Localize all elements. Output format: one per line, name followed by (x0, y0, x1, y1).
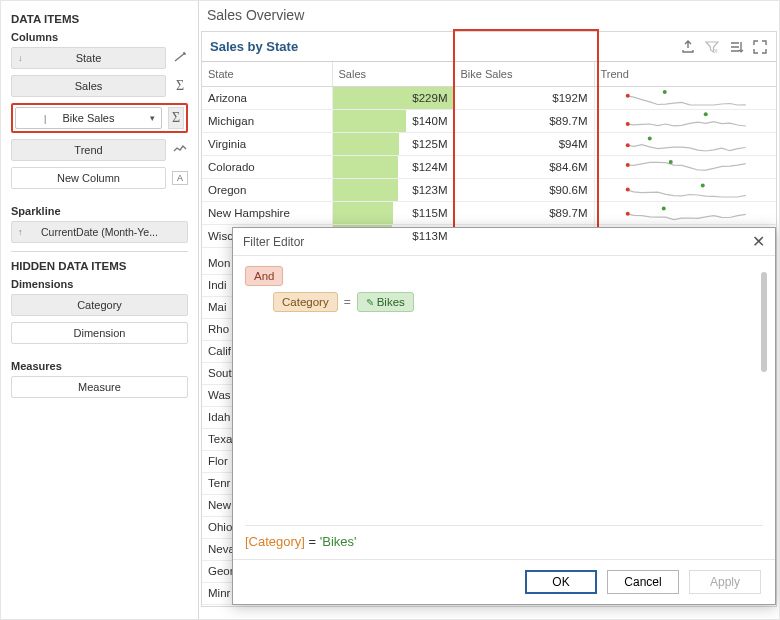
col-header-state[interactable]: State (202, 62, 332, 86)
cell-trend (594, 155, 776, 178)
pill-label: Bike Sales (63, 112, 115, 124)
sparkline-title: Sparkline (11, 205, 188, 217)
table-row[interactable]: Virginia$125M$94M (202, 132, 776, 155)
pill-label: Sales (75, 80, 103, 92)
data-items-panel: DATA ITEMS Columns ↓ State Sales Σ | Bik… (1, 1, 199, 619)
pill-label: Dimension (74, 327, 126, 339)
caret-down-icon: ▾ (150, 113, 155, 123)
cell-trend (594, 201, 776, 224)
cell-trend (594, 86, 776, 109)
data-items-title: DATA ITEMS (11, 13, 188, 25)
cell-state: Virginia (202, 132, 332, 155)
filter-field-chip[interactable]: Category (273, 292, 338, 312)
pill-label: Trend (74, 144, 102, 156)
cell-bike-sales: $192M (454, 86, 594, 109)
svg-point-3 (625, 121, 629, 125)
dimensions-title: Dimensions (11, 278, 188, 290)
column-pill-trend[interactable]: Trend (11, 139, 166, 161)
pill-label: Measure (78, 381, 121, 393)
table-row[interactable]: Arizona$229M$192M (202, 86, 776, 109)
cell-bike-sales: $84.6M (454, 155, 594, 178)
cell-trend (594, 178, 776, 201)
cell-sales: $124M (332, 155, 454, 178)
cell-bike-sales: $89.7M (454, 109, 594, 132)
filter-op: = (344, 295, 351, 309)
cell-trend (594, 109, 776, 132)
hidden-items-title: HIDDEN DATA ITEMS (11, 260, 188, 272)
ok-button[interactable]: OK (525, 570, 597, 594)
svg-point-12 (661, 206, 665, 210)
filter-value-chip[interactable]: ✎Bikes (357, 292, 414, 312)
pill-label: CurrentDate (Month-Ye... (41, 226, 158, 238)
scrollbar-thumb[interactable] (761, 272, 767, 372)
table-row[interactable]: Colorado$124M$84.6M (202, 155, 776, 178)
measure-pill[interactable]: Measure (11, 376, 188, 398)
table-row[interactable]: Michigan$140M$89.7M (202, 109, 776, 132)
filter-editor-dialog: Filter Editor ✕ And Category = ✎Bikes [C… (232, 227, 776, 605)
overview-title: Sales Overview (199, 1, 779, 25)
column-pill-bike-sales[interactable]: | Bike Sales ▾ (15, 107, 162, 129)
maximize-icon[interactable] (752, 39, 768, 55)
sparkline-icon[interactable] (172, 143, 188, 157)
dialog-title: Filter Editor (243, 235, 304, 249)
highlight-box-bike-sales: | Bike Sales ▾ Σ (11, 103, 188, 133)
cell-bike-sales: $90.6M (454, 178, 594, 201)
cell-state: Arizona (202, 86, 332, 109)
close-icon[interactable]: ✕ (752, 232, 765, 251)
cell-sales: $140M (332, 109, 454, 132)
svg-point-11 (625, 211, 629, 215)
pencil-icon: ✎ (366, 297, 374, 308)
cell-sales: $123M (332, 178, 454, 201)
sort-toggle-icon[interactable] (172, 50, 188, 67)
list-icon[interactable] (728, 39, 744, 55)
column-pill-new[interactable]: New Column (11, 167, 166, 189)
cell-sales: $115M (332, 201, 454, 224)
cell-sales: $229M (332, 86, 454, 109)
svg-point-9 (625, 187, 629, 191)
cell-bike-sales: $89.7M (454, 201, 594, 224)
svg-point-8 (668, 160, 672, 164)
svg-point-2 (662, 90, 666, 94)
svg-point-10 (700, 183, 704, 187)
svg-text:x: x (714, 47, 718, 54)
sort-asc-icon: ↓ (18, 53, 23, 63)
filter-expression: [Category] = 'Bikes' (245, 525, 763, 549)
svg-point-5 (625, 143, 629, 147)
cell-state: New Hampshire (202, 201, 332, 224)
cell-sales: $125M (332, 132, 454, 155)
sparkline-pill-currentdate[interactable]: ↑ CurrentDate (Month-Ye... (11, 221, 188, 243)
pill-label: Category (77, 299, 122, 311)
measures-title: Measures (11, 360, 188, 372)
svg-point-7 (625, 163, 629, 167)
filter-node-and[interactable]: And (245, 266, 283, 286)
card-title: Sales by State (210, 39, 298, 54)
col-header-sales[interactable]: Sales (332, 62, 454, 86)
column-pill-state[interactable]: ↓ State (11, 47, 166, 69)
cell-bike-sales: $94M (454, 132, 594, 155)
columns-title: Columns (11, 31, 188, 43)
svg-point-4 (703, 112, 707, 116)
pill-label: New Column (57, 172, 120, 184)
sort-asc-icon: ↑ (18, 227, 23, 237)
grid-table: State Sales Bike Sales Trend Arizona$229… (202, 62, 776, 248)
col-header-trend[interactable]: Trend (594, 62, 776, 86)
filter-clear-icon[interactable]: x (704, 39, 720, 55)
svg-point-1 (625, 93, 629, 97)
cell-state: Colorado (202, 155, 332, 178)
col-header-bike[interactable]: Bike Sales (454, 62, 594, 86)
cancel-button[interactable]: Cancel (607, 570, 679, 594)
table-row[interactable]: New Hampshire$115M$89.7M (202, 201, 776, 224)
dimension-pill-category[interactable]: Category (11, 294, 188, 316)
svg-point-6 (647, 136, 651, 140)
apply-button[interactable]: Apply (689, 570, 761, 594)
sigma-icon[interactable]: Σ (172, 78, 188, 94)
table-row[interactable]: Oregon$123M$90.6M (202, 178, 776, 201)
column-pill-sales[interactable]: Sales (11, 75, 166, 97)
cell-state: Oregon (202, 178, 332, 201)
text-column-icon[interactable]: A (172, 171, 188, 185)
dimension-pill-dimension[interactable]: Dimension (11, 322, 188, 344)
export-icon[interactable] (680, 39, 696, 55)
pill-label: State (76, 52, 102, 64)
sigma-icon[interactable]: Σ (168, 107, 184, 129)
cell-state: Michigan (202, 109, 332, 132)
